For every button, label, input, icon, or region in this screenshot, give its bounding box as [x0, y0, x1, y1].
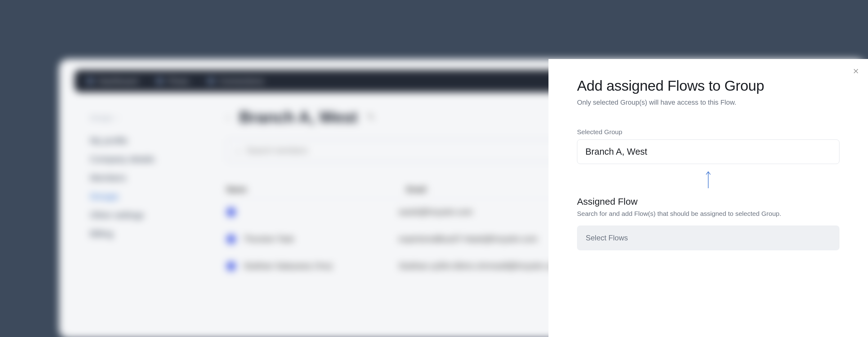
- search-placeholder: Search members: [246, 146, 308, 155]
- assigned-flow-subtitle: Search for and add Flow(s) that should b…: [577, 210, 839, 218]
- panel-content: Add assigned Flows to Group Only selecte…: [549, 59, 868, 250]
- nav-item-flows[interactable]: Flows: [156, 77, 189, 86]
- column-name: Name: [226, 185, 406, 194]
- selected-group-label: Selected Group: [577, 128, 839, 136]
- chevron-right-icon: ›: [116, 114, 118, 122]
- sidebar-item-members[interactable]: Members: [90, 169, 208, 187]
- avatar: [226, 261, 236, 271]
- close-icon: [852, 68, 859, 75]
- add-flows-panel: Add assigned Flows to Group Only selecte…: [549, 59, 868, 337]
- sidebar-item-company[interactable]: Company details: [90, 150, 208, 169]
- chevron-left-icon[interactable]: ‹: [226, 112, 230, 123]
- arrow-up-icon: [706, 171, 711, 188]
- flows-icon: [156, 78, 163, 84]
- row-name: Thurston Task: [244, 234, 294, 244]
- dashboard-icon: [87, 78, 94, 84]
- nav-label: Connections: [219, 77, 264, 86]
- panel-title: Add assigned Flows to Group: [577, 77, 839, 94]
- row-email: Siubhan.xy5lm.66mn.chrmswll@hrsystm.com: [399, 261, 561, 271]
- row-name: Siubhan Salazaras (You): [244, 261, 333, 271]
- avatar: [226, 234, 236, 244]
- sidebar-item-billing[interactable]: Billing: [90, 225, 208, 243]
- page-title: Branch A, West: [239, 108, 358, 127]
- select-flows-dropdown[interactable]: Select Flows: [577, 225, 839, 250]
- nav-label: Dashboard: [98, 77, 138, 86]
- edit-icon[interactable]: ✎: [367, 111, 375, 123]
- breadcrumb-label: Groups: [90, 114, 112, 122]
- assigned-flow-title: Assigned Flow: [577, 196, 839, 207]
- search-input[interactable]: ⌕ Search members: [226, 139, 568, 162]
- sidebar-item-profile[interactable]: My profile: [90, 131, 208, 150]
- avatar: [226, 207, 236, 217]
- sidebar-item-other[interactable]: Other settings: [90, 206, 208, 225]
- nav-label: Flows: [168, 77, 189, 86]
- nav-item-connections[interactable]: Connections: [208, 77, 264, 86]
- nav-item-dashboard[interactable]: Dashboard: [87, 77, 138, 86]
- settings-sidebar: Groups › My profile Company details Memb…: [90, 108, 208, 280]
- row-email: expertsmallbus07+ttask@hrsystm.com: [399, 234, 537, 244]
- breadcrumb: Groups ›: [90, 114, 208, 122]
- sidebar-item-groups[interactable]: Groups: [90, 187, 208, 206]
- arrow-container: [577, 171, 839, 188]
- panel-subtitle: Only selected Group(s) will have access …: [577, 99, 839, 107]
- search-icon: ⌕: [236, 146, 241, 155]
- close-button[interactable]: [852, 68, 859, 76]
- row-email: sarah@hrsystm.com: [399, 207, 473, 217]
- column-email: Email: [406, 185, 426, 194]
- connections-icon: [208, 78, 214, 84]
- selected-group-field[interactable]: Branch A, West: [577, 139, 839, 164]
